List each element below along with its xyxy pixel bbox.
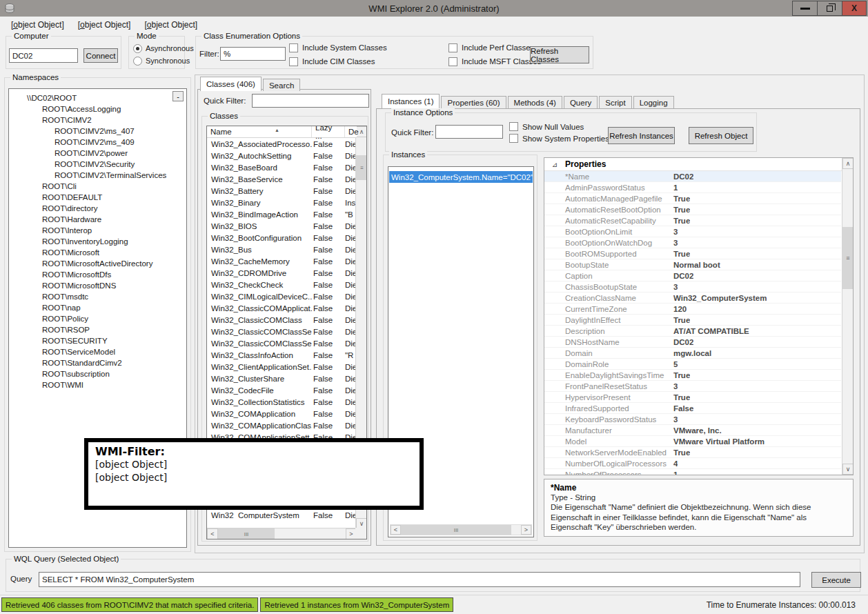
property-row[interactable]: DomainRole 5: [544, 359, 841, 370]
namespace-item[interactable]: - ROOT\RSOP: [9, 324, 186, 335]
namespace-item[interactable]: - ROOT\subscription: [9, 368, 186, 379]
class-row[interactable]: Win32_BootConfiguration False Die: [207, 232, 357, 244]
property-row[interactable]: BootROMSupported True: [544, 248, 841, 259]
property-row[interactable]: AutomaticManagedPagefile True: [544, 193, 841, 204]
class-row[interactable]: Win32_BaseService False Die: [207, 173, 357, 185]
property-row[interactable]: NumberOfLogicalProcessors 4: [544, 458, 841, 469]
properties-vertical-scrollbar[interactable]: ∧ ≡ ∨: [842, 158, 853, 475]
instance-tab[interactable]: Query: [564, 96, 598, 108]
property-row[interactable]: EnableDaylightSavingsTime True: [544, 370, 841, 381]
class-row[interactable]: Win32_ClusterShare False Die: [207, 373, 357, 384]
namespace-item[interactable]: - ROOT\CIMV2: [9, 115, 186, 126]
namespace-item[interactable]: - ROOT\InventoryLogging: [9, 236, 186, 247]
class-row[interactable]: Win32_COMApplication False Die: [207, 408, 357, 419]
class-row[interactable]: Win32_CollectionStatistics False Die: [207, 396, 357, 408]
namespace-item[interactable]: - ROOT\CIMV2\power: [9, 148, 186, 159]
instance-row[interactable]: Win32_ComputerSystem.Name="DC02": [389, 171, 533, 183]
namespace-item[interactable]: - ROOT\StandardCimv2: [9, 357, 186, 368]
namespace-item[interactable]: - \\DC02\ROOT: [9, 92, 186, 103]
column-header-name[interactable]: Name ▲: [207, 126, 312, 137]
property-row[interactable]: NetworkServerModeEnabled True: [544, 447, 841, 458]
instance-tab[interactable]: Properties (60): [441, 96, 506, 108]
namespace-item[interactable]: - ROOT\Policy: [9, 313, 186, 324]
connect-button[interactable]: Connect: [83, 48, 118, 63]
property-row[interactable]: BootOptionOnWatchDog 3: [544, 237, 841, 248]
class-row[interactable]: Win32_CDROMDrive False Die: [207, 267, 357, 279]
namespace-item[interactable]: - ROOT\nap: [9, 302, 186, 313]
properties-grid-header[interactable]: ⊿ Properties: [544, 158, 853, 171]
namespace-item[interactable]: - ROOT\msdtc: [9, 291, 186, 302]
class-row[interactable]: Win32_BIOS False Die: [207, 220, 357, 232]
menu-item[interactable]: [object Object]: [71, 18, 138, 32]
property-row[interactable]: NumberOfProcessors 1: [544, 469, 841, 475]
mode-radio[interactable]: Asynchronous: [133, 42, 194, 55]
property-row[interactable]: BootOptionOnLimit 3: [544, 226, 841, 237]
property-row[interactable]: Domain mgw.local: [544, 348, 841, 359]
property-row[interactable]: HypervisorPresent True: [544, 392, 841, 403]
property-row[interactable]: CurrentTimeZone 120: [544, 304, 841, 315]
class-row[interactable]: Win32_CacheMemory False Die: [207, 255, 357, 267]
instance-quick-filter-input[interactable]: [435, 125, 503, 139]
property-row[interactable]: FrontPanelResetStatus 3: [544, 381, 841, 392]
classes-tab[interactable]: Classes (406): [200, 77, 262, 91]
titlebar[interactable]: WMI Explorer 2.0 (Administrator) X: [0, 0, 868, 17]
classes-tab[interactable]: Search: [263, 79, 300, 91]
query-input[interactable]: SELECT * FROM Win32_ComputerSystem: [39, 572, 800, 587]
maximize-button[interactable]: [817, 1, 842, 16]
class-row[interactable]: Win32_Battery False Die: [207, 185, 357, 197]
classes-horizontal-scrollbar[interactable]: < III >: [207, 528, 357, 539]
class-row[interactable]: Win32_Bus False Die: [207, 244, 357, 255]
class-enum-checkbox[interactable]: Include System Classes: [289, 41, 448, 55]
namespace-item[interactable]: - ROOT\Microsoft: [9, 247, 186, 258]
scrollbar-thumb[interactable]: III: [401, 525, 511, 535]
scroll-up-icon[interactable]: ∧: [842, 158, 854, 169]
class-row[interactable]: Win32_CheckCheck False Die: [207, 279, 357, 290]
namespace-item[interactable]: - ROOT\CIMV2\Security: [9, 159, 186, 170]
property-row[interactable]: DNSHostName DC02: [544, 337, 841, 348]
class-filter-input[interactable]: %: [220, 47, 286, 61]
instance-tab[interactable]: Instances (1): [382, 94, 440, 108]
namespace-item[interactable]: - ROOT\Interop: [9, 225, 186, 236]
class-row[interactable]: Win32_Binary False Ins: [207, 197, 357, 208]
class-row[interactable]: Win32_CodecFile False Die: [207, 384, 357, 396]
property-row[interactable]: AdminPasswordStatus 1: [544, 182, 841, 193]
class-enum-checkbox[interactable]: Include CIM Classes: [289, 55, 448, 68]
minimize-button[interactable]: [792, 1, 818, 16]
instance-option-checkbox[interactable]: Show System Properties: [509, 132, 609, 144]
class-row[interactable]: Win32_ClassicCOMApplicat... False Die: [207, 302, 357, 314]
namespace-item[interactable]: - ROOT\SECURITY: [9, 335, 186, 346]
property-row[interactable]: ChassisBootupState 3: [544, 281, 841, 293]
instance-option-checkbox[interactable]: Show Null Values: [509, 121, 609, 132]
execute-button[interactable]: Execute: [811, 572, 861, 588]
class-row[interactable]: Win32_BindImageAction False "B: [207, 208, 357, 220]
refresh-object-button[interactable]: Refresh Object: [689, 127, 753, 144]
scroll-down-icon[interactable]: ∨: [842, 464, 854, 475]
namespace-item[interactable]: - ROOT\Cli: [9, 181, 186, 192]
class-row[interactable]: Win32_CIMLogicalDeviceC... False Die: [207, 290, 357, 302]
namespace-item[interactable]: - ROOT\ServiceModel: [9, 346, 186, 357]
namespace-item[interactable]: - ROOT\CIMV2\TerminalServices: [9, 170, 186, 181]
instance-tab[interactable]: Script: [599, 96, 631, 108]
scroll-left-icon[interactable]: <: [391, 525, 401, 535]
tree-collapse-button[interactable]: -: [172, 91, 184, 101]
property-row[interactable]: KeyboardPasswordStatus 3: [544, 414, 841, 425]
property-row[interactable]: Caption DC02: [544, 270, 841, 281]
namespace-item[interactable]: - ROOT\MicrosoftActiveDirectory: [9, 258, 186, 269]
class-row[interactable]: Win32_ClassicCOMClass False Die: [207, 314, 357, 326]
property-row[interactable]: Model VMware Virtual Platform: [544, 436, 841, 447]
property-row[interactable]: CreationClassName Win32_ComputerSystem: [544, 293, 841, 304]
scrollbar-thumb[interactable]: III: [218, 528, 275, 539]
class-row[interactable]: Win32_ClientApplicationSet... False Die: [207, 361, 357, 373]
namespace-item[interactable]: - ROOT\MicrosoftDNS: [9, 280, 186, 291]
instances-horizontal-scrollbar[interactable]: < III >: [390, 524, 532, 535]
class-row[interactable]: Win32_AutochkSetting False Die: [207, 150, 357, 161]
namespace-item[interactable]: - ROOT\MicrosoftDfs: [9, 269, 186, 280]
scroll-right-icon[interactable]: >: [521, 525, 531, 535]
namespace-item[interactable]: - ROOT\CIMV2\ms_407: [9, 126, 186, 137]
class-row[interactable]: Win32_ClassicCOMClassSe... False Die: [207, 326, 357, 337]
menu-item[interactable]: [object Object]: [137, 18, 204, 32]
class-row[interactable]: Win32_ClassInfoAction False "R: [207, 349, 357, 361]
property-row[interactable]: DaylightInEffect True: [544, 315, 841, 326]
property-row[interactable]: InfraredSupported False: [544, 403, 841, 414]
column-header-description[interactable]: De: [345, 126, 357, 137]
